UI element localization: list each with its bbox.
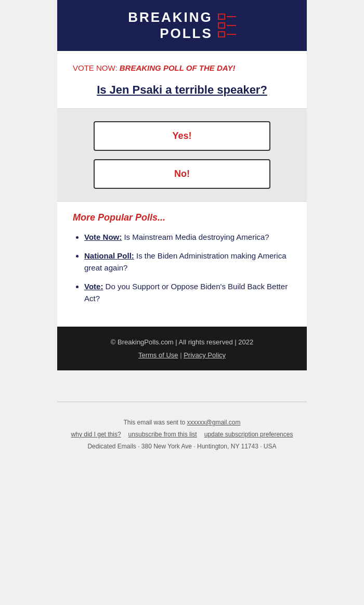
logo-line2: POLLS	[128, 25, 213, 42]
more-polls-section: More Popular Polls... Vote Now: Is Mains…	[57, 202, 307, 327]
why-link[interactable]: why did I get this?	[71, 429, 121, 441]
logo-line	[227, 16, 236, 17]
poll-question: Is Jen Psaki a terrible speaker?	[73, 83, 291, 98]
sent-to-prefix: This email was sent to	[124, 419, 187, 426]
email-link[interactable]: xxxxxx@gmail.com	[187, 419, 241, 426]
email-card: BREAKING POLLS	[57, 0, 307, 370]
logo: BREAKING POLLS	[128, 9, 236, 42]
logo-checkbox3	[218, 31, 225, 37]
vote-label: VOTE NOW: BREAKING POLL OF THE DAY!	[73, 63, 291, 72]
list-item: Vote Now: Is Mainstream Media destroying…	[84, 231, 291, 243]
vote-label-bold: BREAKING POLL OF THE DAY!	[120, 63, 236, 72]
logo-text: BREAKING POLLS	[128, 9, 213, 42]
meta-links: why did I get this? unsubscribe from thi…	[62, 429, 302, 441]
logo-row3	[218, 31, 236, 37]
more-polls-title: More Popular Polls...	[73, 212, 291, 223]
footer-links: Terms of Use | Privacy Policy	[68, 351, 296, 359]
logo-line1: BREAKING	[128, 9, 213, 25]
poll-text-1: Is Mainstream Media destroying America?	[124, 233, 269, 241]
dedicated-address: Dedicated Emails · 380 New York Ave · Hu…	[62, 441, 302, 453]
logo-row1	[218, 14, 236, 20]
vote-section: VOTE NOW: BREAKING POLL OF THE DAY! Is J…	[57, 51, 307, 109]
poll-label-3: Vote:	[84, 282, 103, 291]
logo-row2	[218, 22, 236, 29]
unsubscribe-link[interactable]: unsubscribe from this list	[128, 429, 197, 441]
logo-line3	[227, 34, 236, 35]
yes-button[interactable]: Yes!	[94, 121, 270, 151]
email-wrapper: BREAKING POLLS	[0, 0, 364, 460]
footer: © BreakingPolls.com | All rights reserve…	[57, 327, 307, 370]
privacy-link[interactable]: Privacy Policy	[184, 351, 226, 359]
terms-link[interactable]: Terms of Use	[138, 351, 178, 359]
no-button[interactable]: No!	[94, 159, 270, 189]
poll-label-1: Vote Now:	[84, 233, 122, 241]
logo-checkbox2	[218, 22, 225, 29]
email-meta: This email was sent to xxxxxx@gmail.com …	[57, 402, 307, 460]
logo-line2	[227, 25, 236, 26]
header: BREAKING POLLS	[57, 0, 307, 51]
preferences-link[interactable]: update subscription preferences	[204, 429, 293, 441]
sent-to-line: This email was sent to xxxxxx@gmail.com	[62, 417, 302, 429]
logo-icon	[218, 14, 236, 37]
poll-text-3: Do you Support or Oppose Biden's Build B…	[84, 282, 288, 303]
footer-copyright: © BreakingPolls.com | All rights reserve…	[68, 338, 296, 346]
list-item: Vote: Do you Support or Oppose Biden's B…	[84, 281, 291, 304]
polls-list: Vote Now: Is Mainstream Media destroying…	[73, 231, 291, 305]
list-item: National Poll: Is the Biden Administrati…	[84, 250, 291, 274]
poll-label-2: National Poll:	[84, 251, 134, 260]
vote-label-plain: VOTE NOW:	[73, 63, 120, 72]
poll-buttons-section: Yes! No!	[57, 109, 307, 202]
logo-checkbox	[218, 14, 225, 20]
